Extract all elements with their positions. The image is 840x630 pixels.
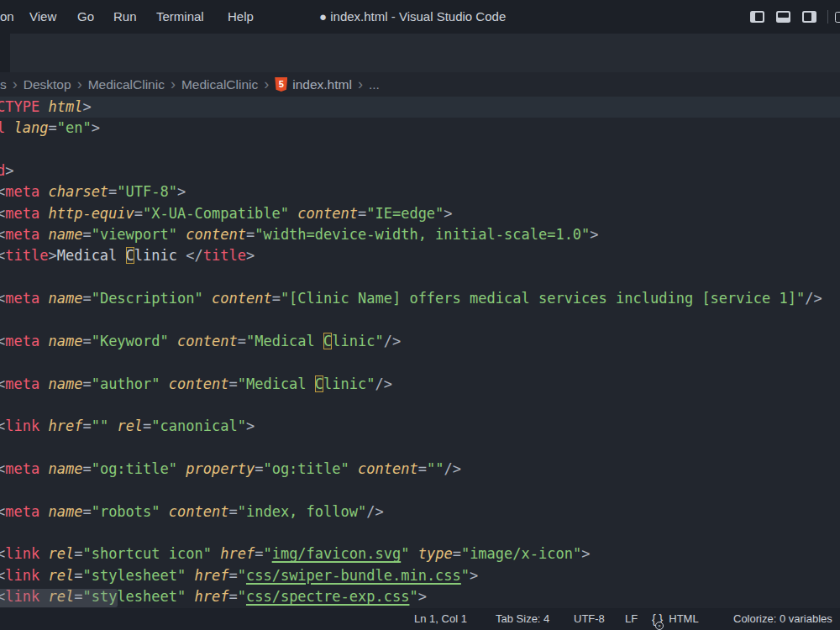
code-line[interactable] bbox=[0, 352, 840, 373]
code-token: = bbox=[228, 588, 237, 605]
code-line[interactable]: <meta charset="UTF-8"> bbox=[0, 181, 840, 202]
code-line[interactable]: <link href="" rel="canonical"> bbox=[0, 416, 840, 437]
code-token: " bbox=[401, 545, 409, 562]
customize-layout-icon[interactable] bbox=[835, 12, 840, 23]
code-token: = bbox=[238, 333, 246, 349]
code-token: "en" bbox=[57, 119, 92, 136]
code-token bbox=[39, 545, 48, 562]
code-line[interactable]: <link rel="stylesheet" href="css/spectre… bbox=[0, 586, 840, 607]
code-line[interactable] bbox=[0, 395, 840, 416]
code-line[interactable]: <link rel="stylesheet" href="css/swiper-… bbox=[0, 565, 840, 586]
code-token: = bbox=[358, 205, 366, 222]
code-token: meta bbox=[5, 290, 39, 307]
code-token: rel bbox=[117, 417, 143, 434]
status-language-label: HTML bbox=[669, 608, 698, 630]
breadcrumb: s › Desktop › MedicalClinic › MedicalCli… bbox=[0, 72, 840, 97]
code-line[interactable]: <meta name="og:title" property="og:title… bbox=[0, 459, 840, 480]
menu-item-selection-partial[interactable]: on bbox=[0, 0, 14, 34]
code-token: /> bbox=[444, 460, 460, 477]
code-token: "stylesheet" bbox=[82, 567, 186, 584]
code-token bbox=[160, 503, 169, 520]
code-line[interactable]: <link rel="shortcut icon" href="img/favi… bbox=[0, 543, 840, 564]
code-token: = bbox=[82, 417, 91, 434]
code-line[interactable] bbox=[0, 522, 840, 543]
code-token: " bbox=[238, 588, 246, 605]
code-token: "author" bbox=[92, 375, 160, 392]
breadcrumb-item-medicalclinic[interactable]: MedicalClinic bbox=[88, 77, 165, 92]
code-token: meta bbox=[5, 183, 39, 200]
code-line[interactable]: <meta name="Description" content="[Clini… bbox=[0, 288, 840, 309]
code-token: meta bbox=[5, 205, 39, 222]
menu-item-run[interactable]: Run bbox=[113, 0, 137, 34]
code-token: img/favicon.svg bbox=[272, 545, 402, 562]
menu-item-terminal[interactable]: Terminal bbox=[156, 0, 204, 34]
code-token: "shortcut icon" bbox=[82, 545, 212, 562]
code-token: href bbox=[220, 545, 255, 562]
toggle-sidebar-right-icon[interactable] bbox=[802, 11, 816, 23]
horizontal-scrollbar[interactable] bbox=[0, 589, 118, 607]
code-token: "UTF-8" bbox=[117, 183, 177, 200]
code-line[interactable]: d> bbox=[0, 160, 840, 181]
code-line[interactable] bbox=[0, 267, 840, 288]
code-line[interactable] bbox=[0, 139, 840, 160]
code-line[interactable] bbox=[0, 310, 840, 331]
toggle-panel-icon[interactable] bbox=[776, 11, 790, 23]
menu-item-view[interactable]: View bbox=[29, 0, 56, 34]
code-token: "Keyword" bbox=[92, 333, 169, 349]
code-token bbox=[169, 333, 177, 349]
code-token: > bbox=[581, 545, 590, 562]
code-token bbox=[177, 226, 186, 243]
code-line[interactable]: <meta name="viewport" content="width=dev… bbox=[0, 224, 840, 245]
breadcrumb-item-medicalclinic-2[interactable]: MedicalClinic bbox=[181, 77, 258, 92]
code-token bbox=[108, 417, 117, 434]
code-token: "index, follow" bbox=[238, 503, 367, 520]
status-colorize[interactable]: Colorize: 0 variables bbox=[733, 608, 832, 630]
breadcrumb-item-root-partial[interactable]: s bbox=[0, 77, 7, 92]
breadcrumb-item-overflow[interactable]: ... bbox=[369, 77, 380, 92]
code-token: " bbox=[263, 545, 271, 562]
code-token: http-equiv bbox=[48, 205, 134, 222]
code-token bbox=[289, 205, 297, 222]
code-token: = bbox=[255, 460, 263, 477]
code-token: "X-UA-Compatible" bbox=[143, 205, 289, 222]
code-token: = bbox=[82, 503, 91, 520]
code-area[interactable]: <link rel="stylesheet" href="css/spectre… bbox=[0, 97, 840, 608]
code-token: > bbox=[48, 247, 56, 264]
status-encoding[interactable]: UTF-8 bbox=[574, 608, 605, 630]
status-language[interactable]: { } × HTML bbox=[652, 608, 699, 630]
code-token: " bbox=[238, 567, 246, 584]
code-line[interactable]: CTYPE html> bbox=[0, 97, 840, 118]
code-token: content bbox=[169, 503, 229, 520]
code-line[interactable]: <meta name="author" content="Medical Cli… bbox=[0, 374, 840, 395]
code-line[interactable]: <meta name="Keyword" content="Medical Cl… bbox=[0, 331, 840, 352]
code-token: href bbox=[48, 417, 82, 434]
code-token: "Medical bbox=[238, 375, 315, 392]
code-token: title bbox=[203, 247, 246, 264]
vscode-window: on View Go Run Terminal Help ● index.htm… bbox=[0, 0, 840, 630]
code-token: "canonical" bbox=[151, 417, 246, 434]
code-line[interactable]: l lang="en"> bbox=[0, 118, 840, 139]
code-token: html bbox=[48, 98, 82, 115]
code-line[interactable] bbox=[0, 480, 840, 501]
code-token: css/spectre-exp.css bbox=[246, 588, 409, 605]
code-line[interactable] bbox=[0, 438, 840, 459]
menu-item-go[interactable]: Go bbox=[77, 0, 94, 34]
toggle-sidebar-left-icon[interactable] bbox=[750, 11, 764, 23]
code-token: linic" bbox=[323, 375, 375, 392]
code-token: name bbox=[48, 226, 82, 243]
code-line[interactable]: <title>Medical Clinic </title> bbox=[0, 245, 840, 266]
code-line[interactable]: <meta name="robots" content="index, foll… bbox=[0, 501, 840, 522]
code-token: = bbox=[74, 545, 82, 562]
code-token: name bbox=[48, 375, 82, 392]
menu-item-help[interactable]: Help bbox=[228, 0, 254, 34]
code-token: "IE=edge" bbox=[366, 205, 444, 222]
code-line[interactable]: <meta http-equiv="X-UA-Compatible" conte… bbox=[0, 203, 840, 224]
status-line-col[interactable]: Ln 1, Col 1 bbox=[414, 608, 467, 630]
status-tab-size[interactable]: Tab Size: 4 bbox=[496, 608, 549, 630]
code-token: title bbox=[5, 247, 48, 264]
status-eol[interactable]: LF bbox=[625, 608, 638, 630]
breadcrumb-item-file[interactable]: 5 index.html bbox=[275, 77, 352, 92]
language-status-badge-icon: × bbox=[655, 622, 664, 630]
breadcrumb-item-desktop[interactable]: Desktop bbox=[24, 77, 71, 92]
tab-strip-edge bbox=[0, 34, 10, 72]
